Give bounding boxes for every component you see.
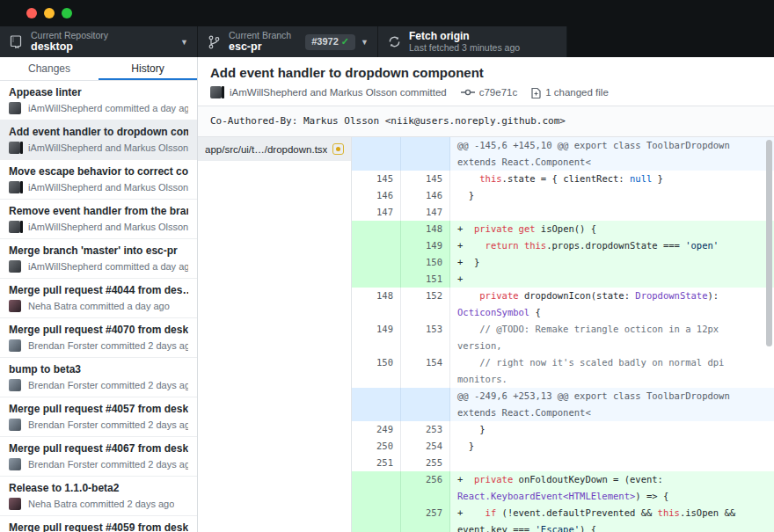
commit-list-item[interactable]: Add event handler to dropdown com… iAmWi…	[0, 120, 197, 160]
commit-list-item[interactable]: Remove event handler from the bran… iAmW…	[0, 200, 197, 239]
diff-scrollbar-thumb[interactable]	[766, 140, 772, 346]
avatar	[9, 498, 23, 510]
commit-item-title: Release to 1.1.0-beta2	[9, 482, 188, 494]
tab-history[interactable]: History	[99, 57, 197, 80]
app-window: Current Repository desktop ▼ Current Bra…	[0, 0, 774, 532]
diff-row: 249253 }	[352, 421, 774, 438]
diff-row: 149+ return this.props.dropdownState ===…	[352, 237, 774, 254]
commit-item-meta: Brendan Forster committed 2 days ago	[28, 419, 188, 430]
commit-description: Co-Authored-By: Markus Olsson <niik@user…	[198, 106, 774, 137]
diff-code-line	[450, 204, 774, 221]
diff-row: 147147	[352, 204, 774, 221]
avatar	[9, 260, 23, 273]
avatar	[9, 379, 23, 391]
old-line-number: 147	[352, 204, 401, 221]
new-line-number: 255	[401, 455, 450, 471]
current-branch-dropdown[interactable]: Current Branch esc-pr #3972 ✓ ▼	[198, 26, 378, 57]
commit-detail-panel: Add event handler to dropdown component …	[198, 57, 774, 532]
old-line-number: 145	[352, 171, 401, 187]
close-window-button[interactable]	[26, 8, 37, 18]
tab-changes[interactable]: Changes	[0, 57, 99, 80]
commit-item-meta: Neha Batra committed 2 days ago	[28, 499, 174, 509]
old-line-number	[352, 388, 401, 421]
fetch-origin-button[interactable]: Fetch origin Last fetched 3 minutes ago	[378, 26, 567, 57]
commit-item-meta: iAmWillShepherd and Markus Olsson…	[28, 142, 188, 153]
commit-list: Appease linter iAmWillShepherd committed…	[0, 81, 197, 532]
commit-item-meta: iAmWillShepherd committed a day ago	[28, 261, 188, 272]
new-line-number	[401, 137, 450, 171]
new-line-number: 146	[401, 187, 450, 204]
commit-item-meta: iAmWillShepherd and Markus Olsson…	[28, 222, 188, 232]
commit-item-meta: iAmWillShepherd and Markus Olsson…	[28, 182, 188, 193]
git-branch-icon	[207, 35, 221, 49]
new-line-number: 152	[401, 288, 450, 321]
diff-row: 145145 this.state = { clientRect: null }	[352, 171, 774, 187]
old-line-number: 249	[352, 421, 401, 438]
old-line-number: 146	[352, 187, 401, 204]
new-line-number	[401, 388, 450, 421]
commit-item-title: Move escape behavior to correct co…	[9, 165, 188, 178]
check-icon: ✓	[341, 36, 349, 47]
commit-byline: iAmWillShepherd and Markus Olsson commit…	[230, 87, 447, 98]
commit-list-item[interactable]: Merge pull request #4067 from desk… Bren…	[0, 437, 197, 477]
diff-view: @@ -145,6 +145,10 @@ export class Toolba…	[352, 137, 774, 532]
diff-row: 146146 }	[352, 187, 774, 204]
fetch-title: Fetch origin	[409, 31, 558, 43]
commit-header: Add event handler to dropdown component …	[198, 57, 774, 106]
repository-icon	[9, 35, 23, 49]
old-line-number: 148	[352, 288, 401, 321]
diff-row: @@ -145,6 +145,10 @@ export class Toolba…	[352, 137, 774, 171]
file-row[interactable]: app/src/ui/t…/dropdown.tsx	[198, 137, 351, 161]
commit-item-title: bump to beta3	[9, 363, 188, 375]
commit-list-item[interactable]: Merge pull request #4070 from desk… Bren…	[0, 318, 197, 358]
diff-code-line: + private get isOpen() {	[450, 221, 774, 237]
diff-row: 151+	[352, 271, 774, 288]
history-sidebar: Changes History Appease linter iAmWillSh…	[0, 57, 198, 532]
commit-list-item[interactable]: bump to beta3 Brendan Forster committed …	[0, 358, 197, 397]
diff-row: @@ -249,6 +253,13 @@ export class Toolba…	[352, 388, 774, 421]
avatar	[9, 181, 23, 193]
pull-request-badge[interactable]: #3972 ✓	[305, 34, 355, 50]
minimize-window-button[interactable]	[44, 8, 55, 18]
commit-item-title: Remove event handler from the bran…	[9, 205, 188, 217]
commit-title: Add event handler to dropdown component	[210, 65, 762, 80]
diff-code-line: + if (!event.defaultPrevented && this.is…	[450, 505, 774, 532]
old-line-number: 251	[352, 455, 401, 471]
new-line-number: 256	[401, 471, 450, 505]
branch-name: esc-pr	[229, 40, 300, 53]
commit-list-item[interactable]: Appease linter iAmWillShepherd committed…	[0, 81, 197, 120]
old-line-number	[352, 505, 401, 532]
new-line-number: 253	[401, 421, 450, 438]
old-line-number	[352, 137, 401, 171]
commit-list-item[interactable]: Merge pull request #4057 from desk… Bren…	[0, 397, 197, 437]
diff-code-line: // @TODO: Remake triangle octicon in a 1…	[450, 321, 774, 354]
old-line-number	[352, 254, 401, 271]
zoom-window-button[interactable]	[62, 8, 72, 18]
diff-code-line: @@ -249,6 +253,13 @@ export class Toolba…	[450, 388, 774, 421]
old-line-number	[352, 471, 401, 505]
commit-sha[interactable]: c79e71c	[479, 87, 517, 98]
commit-list-item[interactable]: Release to 1.1.0-beta2 Neha Batra commit…	[0, 477, 197, 516]
new-line-number: 153	[401, 321, 450, 354]
avatar	[9, 339, 23, 352]
changed-files-list: app/src/ui/t…/dropdown.tsx	[198, 137, 352, 532]
old-line-number	[352, 237, 401, 254]
diff-code-line: + }	[450, 254, 774, 271]
commit-item-meta: iAmWillShepherd committed a day ago	[28, 103, 188, 113]
commit-item-meta: Neha Batra committed a day ago	[28, 301, 170, 311]
commit-list-item[interactable]: Merge pull request #4044 from des… Neha …	[0, 279, 197, 318]
commit-list-item[interactable]: Merge pull request #4059 from desk…	[0, 516, 197, 532]
toolbar: Current Repository desktop ▼ Current Bra…	[0, 26, 774, 57]
fetch-subtitle: Last fetched 3 minutes ago	[409, 42, 558, 53]
commit-list-item[interactable]: Merge branch 'master' into esc-pr iAmWil…	[0, 239, 197, 279]
commit-item-title: Merge branch 'master' into esc-pr	[9, 244, 188, 257]
titlebar	[0, 0, 774, 26]
diff-code-line: private dropdownIcon(state: DropdownStat…	[450, 288, 774, 321]
commit-item-title: Add event handler to dropdown com…	[9, 126, 188, 138]
commit-list-item[interactable]: Move escape behavior to correct co… iAmW…	[0, 160, 197, 200]
new-line-number: 151	[401, 271, 450, 288]
diff-code-line: }	[450, 438, 774, 455]
current-repository-dropdown[interactable]: Current Repository desktop ▼	[0, 26, 198, 57]
diff-code-line: + private onFoldoutKeyDown = (event: Rea…	[450, 471, 774, 505]
diff-row: 256+ private onFoldoutKeyDown = (event: …	[352, 471, 774, 505]
